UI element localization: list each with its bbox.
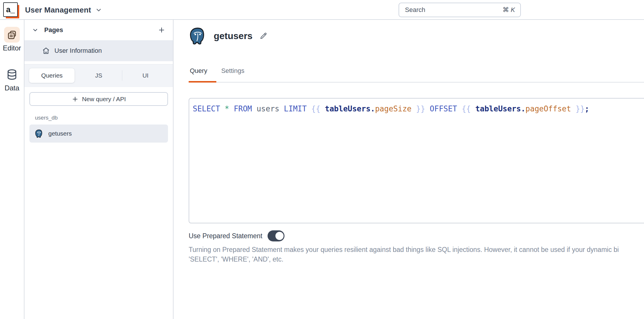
help-line-1: Turning on Prepared Statement makes your… — [189, 245, 619, 255]
tab-js[interactable]: JS — [75, 72, 122, 79]
new-query-api-button[interactable]: New query / API — [29, 92, 168, 106]
plus-icon — [72, 96, 79, 103]
app-title: User Management — [25, 6, 91, 15]
pages-header: Pages — [24, 20, 173, 40]
active-tab-underline — [189, 81, 216, 83]
query-settings-tabs: Query Settings — [190, 67, 244, 75]
editor-pages-icon — [4, 27, 20, 43]
sidebar-page-user-information[interactable]: User Information — [24, 40, 173, 61]
rail-item-editor[interactable]: Editor — [3, 27, 21, 52]
add-page-button[interactable] — [157, 25, 167, 35]
sidebar-query-getusers[interactable]: getusers — [29, 125, 168, 143]
query-item-label: getusers — [48, 130, 72, 137]
prepared-statement-label: Use Prepared Statement — [189, 232, 262, 240]
toggle-knob — [275, 231, 284, 241]
app-title-menu[interactable]: User Management — [25, 0, 102, 20]
prepared-statement-row: Use Prepared Statement — [189, 230, 284, 241]
entity-tabs: Queries JS UI — [24, 64, 173, 87]
appsmith-logo-text: a_ — [6, 5, 15, 14]
search-shortcut: ⌘K — [503, 6, 515, 14]
postgres-icon — [35, 129, 43, 138]
tab-queries[interactable]: Queries — [29, 68, 75, 83]
query-editor-pane: getusers Query Settings SELECT * FROM us… — [174, 20, 644, 319]
top-bar: a_ User Management ⌘K — [0, 0, 644, 20]
home-icon — [42, 47, 50, 55]
search-input[interactable] — [404, 6, 503, 14]
tab-divider — [122, 70, 122, 81]
query-header: getusers — [189, 27, 268, 45]
command-icon: ⌘ — [503, 6, 509, 13]
pages-title: Pages — [44, 26, 157, 34]
sql-code-editor[interactable]: SELECT * FROM users LIMIT {{ tableUsers.… — [189, 98, 644, 223]
left-rail: Editor Data — [0, 20, 24, 319]
prepared-statement-help: Turning on Prepared Statement makes your… — [189, 245, 619, 264]
help-line-2: 'SELECT', 'WHERE', 'AND', etc. — [189, 255, 619, 264]
tab-query[interactable]: Query — [190, 67, 207, 75]
prepared-statement-toggle[interactable] — [268, 230, 284, 241]
tab-baseline-divider — [189, 82, 644, 83]
search-box[interactable]: ⌘K — [399, 3, 521, 17]
tab-settings[interactable]: Settings — [221, 67, 245, 75]
explorer-sidebar: Pages User Information Queries JS UI — [24, 20, 174, 319]
page-item-label: User Information — [54, 47, 102, 55]
datasource-group-label: users_db — [35, 115, 173, 121]
rail-label-editor: Editor — [3, 44, 21, 52]
tab-ui[interactable]: UI — [122, 72, 169, 79]
postgres-icon-large — [189, 27, 207, 45]
appsmith-logo[interactable]: a_ — [3, 2, 18, 17]
database-icon — [4, 67, 20, 83]
rail-item-data[interactable]: Data — [4, 67, 20, 92]
query-name: getusers — [214, 31, 252, 41]
pages-collapse-chevron-icon[interactable] — [30, 25, 40, 35]
sql-code-line: SELECT * FROM users LIMIT {{ tableUsers.… — [193, 104, 644, 114]
edit-query-name-icon[interactable] — [259, 32, 268, 40]
rail-label-data: Data — [5, 84, 20, 92]
chevron-down-icon — [95, 6, 102, 13]
